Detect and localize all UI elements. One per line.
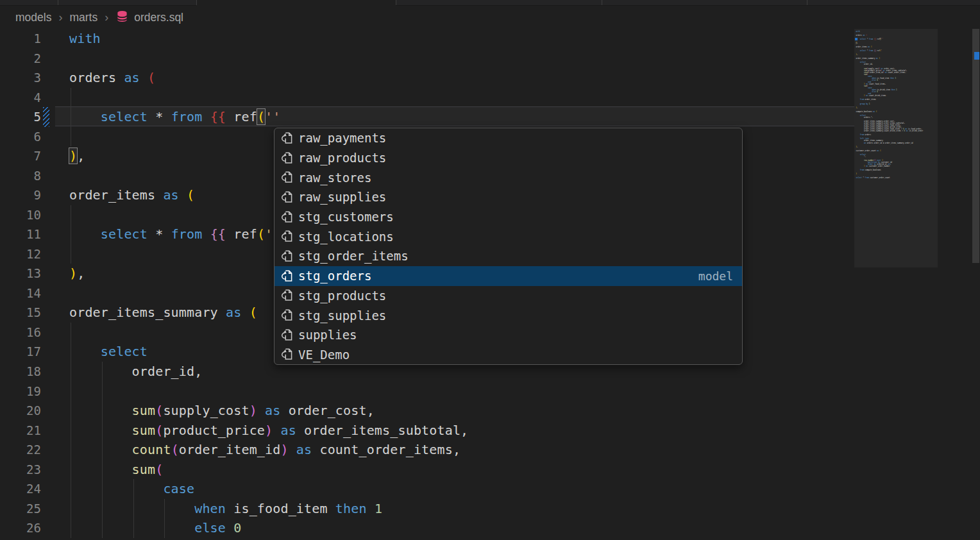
line-number[interactable]: 18 xyxy=(0,362,41,382)
line-number[interactable]: 7 xyxy=(0,146,41,166)
git-modified-indicator[interactable] xyxy=(43,107,49,127)
line-number[interactable]: 22 xyxy=(0,440,41,460)
suggestion-label: raw_supplies xyxy=(298,190,386,204)
code-text: ), xyxy=(69,264,85,283)
reference-icon xyxy=(280,308,294,322)
line-number[interactable]: 8 xyxy=(0,166,41,186)
line-number[interactable]: 16 xyxy=(0,323,41,342)
code-line[interactable]: 5 select * from {{ ref('' xyxy=(0,107,936,127)
reference-icon xyxy=(280,249,294,263)
line-number[interactable]: 20 xyxy=(0,401,41,421)
tab-bar[interactable] xyxy=(0,0,980,6)
suggestion-item[interactable]: raw_payments xyxy=(275,128,742,148)
code-line[interactable]: 1with xyxy=(0,29,936,49)
line-number[interactable]: 12 xyxy=(0,244,41,264)
suggestion-label: raw_payments xyxy=(298,131,386,145)
line-number[interactable]: 14 xyxy=(0,283,41,303)
chevron-right-icon: › xyxy=(105,11,108,24)
code-line[interactable]: 22 count(order_item_id) as count_order_i… xyxy=(0,440,936,460)
suggestion-item[interactable]: stg_products xyxy=(275,286,742,306)
line-number[interactable]: 10 xyxy=(0,205,41,225)
line-number[interactable]: 11 xyxy=(0,224,41,244)
reference-icon xyxy=(280,289,294,302)
code-text: order_id, xyxy=(69,362,202,382)
suggestion-item[interactable]: stg_customers xyxy=(275,207,742,227)
code-line[interactable]: 20 sum(supply_cost) as order_cost, xyxy=(0,401,936,421)
line-number[interactable]: 1 xyxy=(0,29,41,49)
code-text: orders as ( xyxy=(69,68,155,88)
scrollbar-thumb[interactable] xyxy=(972,29,979,263)
reference-icon xyxy=(280,171,294,184)
suggestion-item[interactable]: supplies xyxy=(275,325,742,345)
line-number[interactable]: 17 xyxy=(0,342,41,362)
code-line[interactable]: 24 case xyxy=(0,479,936,499)
suggestion-item[interactable]: stg_locations xyxy=(275,226,742,246)
code-text: case xyxy=(69,479,194,499)
suggestion-item[interactable]: raw_products xyxy=(275,148,742,168)
code-line[interactable]: 23 sum( xyxy=(0,460,936,480)
bracket-match: ( xyxy=(257,109,265,124)
code-line[interactable]: 2 xyxy=(0,49,936,69)
bracket-match: ) xyxy=(69,148,77,164)
line-number[interactable]: 26 xyxy=(0,518,41,538)
line-number[interactable]: 21 xyxy=(0,421,41,441)
tab-separator xyxy=(602,0,602,5)
suggestion-label: supplies xyxy=(298,328,357,342)
code-line[interactable]: 19 xyxy=(0,382,936,401)
code-line[interactable]: 21 sum(product_price) as order_items_sub… xyxy=(0,421,936,441)
line-number[interactable]: 3 xyxy=(0,68,41,88)
reference-icon xyxy=(280,131,294,145)
suggestion-label: stg_orders xyxy=(298,269,371,283)
line-number[interactable]: 24 xyxy=(0,479,41,499)
minimap-slider[interactable] xyxy=(854,29,938,267)
indent-guide xyxy=(102,382,103,401)
code-text: sum(supply_cost) as order_cost, xyxy=(69,401,375,421)
code-text: order_items as ( xyxy=(69,185,194,205)
line-number[interactable]: 5 xyxy=(0,107,41,127)
autocomplete-popup[interactable]: raw_paymentsraw_productsraw_storesraw_su… xyxy=(274,128,743,365)
line-number[interactable]: 19 xyxy=(0,382,41,401)
line-number[interactable]: 2 xyxy=(0,49,41,69)
suggestion-item[interactable]: VE_Demo xyxy=(275,345,742,365)
code-line[interactable]: 26 else 0 xyxy=(0,518,936,538)
suggestion-item[interactable]: stg_order_items xyxy=(275,246,742,266)
reference-icon xyxy=(280,230,294,243)
line-number[interactable]: 25 xyxy=(0,499,41,519)
reference-icon xyxy=(280,269,294,283)
suggestion-item[interactable]: raw_supplies xyxy=(275,187,742,207)
code-text: select * from {{ ref(' xyxy=(69,224,273,244)
indent-guide xyxy=(71,127,71,147)
code-line[interactable]: 4 xyxy=(0,88,936,108)
chevron-right-icon: › xyxy=(58,11,62,24)
indent-guide xyxy=(71,205,71,225)
suggestion-label: VE_Demo xyxy=(298,348,350,362)
line-number[interactable]: 6 xyxy=(0,127,41,147)
breadcrumb-file-name[interactable]: orders.sql xyxy=(134,11,183,24)
breadcrumb-item-marts[interactable]: marts xyxy=(69,11,97,24)
indent-guide xyxy=(71,88,71,108)
code-line[interactable]: 25 when is_food_item then 1 xyxy=(0,499,936,519)
line-number[interactable]: 15 xyxy=(0,303,41,323)
active-tab[interactable] xyxy=(196,0,396,6)
code-text: with xyxy=(69,29,101,49)
suggestion-label: stg_order_items xyxy=(298,249,409,263)
code-text: when is_food_item then 1 xyxy=(69,499,382,519)
tab-separator xyxy=(196,0,197,5)
reference-icon xyxy=(280,151,294,165)
line-number[interactable]: 9 xyxy=(0,185,41,205)
code-text: count(order_item_id) as count_order_item… xyxy=(69,440,460,460)
suggestion-label: raw_products xyxy=(298,151,386,165)
database-icon xyxy=(115,10,129,26)
breadcrumb-item-models[interactable]: models xyxy=(15,11,51,24)
code-text: sum( xyxy=(69,460,163,480)
suggestion-item-selected[interactable]: stg_ordersmodel xyxy=(275,266,742,286)
code-line[interactable]: 3orders as ( xyxy=(0,68,936,88)
reference-icon xyxy=(280,348,294,361)
code-text: ), xyxy=(69,146,85,166)
line-number[interactable]: 23 xyxy=(0,460,41,480)
line-number[interactable]: 4 xyxy=(0,88,41,108)
suggestion-item[interactable]: stg_supplies xyxy=(275,305,742,325)
suggestion-item[interactable]: raw_stores xyxy=(275,167,742,187)
line-number[interactable]: 13 xyxy=(0,264,41,283)
scrollbar-track[interactable] xyxy=(971,29,980,540)
